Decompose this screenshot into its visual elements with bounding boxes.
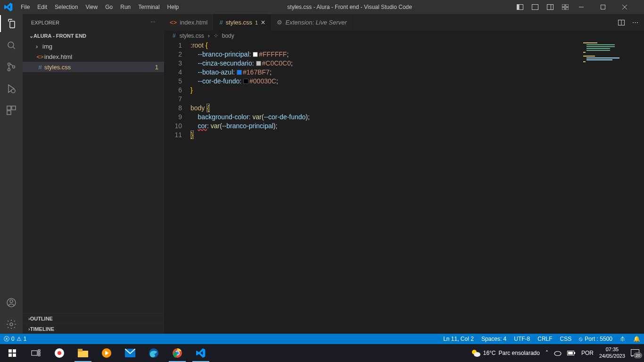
- tab-styles-css[interactable]: # styles.css 1 ×: [214, 14, 271, 31]
- status-indentation[interactable]: Spaces: 4: [478, 336, 510, 342]
- tray-battery-icon[interactable]: [567, 351, 576, 355]
- svg-rect-21: [7, 111, 11, 115]
- code-editor[interactable]: 1 2 3 4 5 6 7 8 9 10 11 :root { --branco…: [164, 41, 644, 334]
- menu-file[interactable]: File: [17, 0, 33, 14]
- status-encoding[interactable]: UTF-8: [510, 336, 534, 342]
- svg-rect-36: [583, 61, 586, 62]
- tree-file-index-html[interactable]: <> index.html: [23, 51, 164, 62]
- breadcrumbs[interactable]: # styles.css › ⁘ body: [164, 31, 644, 41]
- tray-notifications[interactable]: 20: [631, 349, 639, 357]
- svg-point-56: [474, 352, 480, 357]
- svg-rect-5: [562, 4, 565, 7]
- settings-gear-icon[interactable]: [6, 319, 17, 330]
- svg-point-24: [10, 323, 13, 326]
- customize-layout-icon[interactable]: [562, 4, 569, 10]
- toggle-panel-left-icon[interactable]: [517, 4, 523, 10]
- timeline-section[interactable]: › TIMELINE: [23, 323, 164, 334]
- svg-point-57: [554, 352, 561, 356]
- color-swatch-icon: [237, 70, 242, 75]
- settings-icon: ⚙: [277, 19, 282, 26]
- svg-rect-48: [78, 349, 83, 352]
- status-problems[interactable]: ⓧ0 ⚠1: [0, 335, 30, 343]
- svg-rect-3: [547, 5, 553, 10]
- explorer-more-icon[interactable]: ⋯: [150, 19, 156, 25]
- tab-extension-live-server[interactable]: ⚙ Extension: Live Server: [271, 14, 353, 31]
- svg-rect-40: [13, 354, 16, 357]
- tray-onedrive-icon[interactable]: [554, 350, 561, 356]
- explorer-folder-header[interactable]: ⌄ ALURA - FRONT END: [23, 31, 164, 41]
- menu-terminal[interactable]: Terminal: [134, 0, 163, 14]
- taskbar-app-media-player[interactable]: [95, 344, 118, 362]
- section-label: OUTLINE: [30, 316, 53, 321]
- menu-go[interactable]: Go: [101, 0, 116, 14]
- search-icon[interactable]: [6, 40, 17, 51]
- svg-rect-34: [586, 58, 619, 58]
- taskbar-app-mail[interactable]: [119, 344, 141, 362]
- source-control-icon[interactable]: [6, 61, 17, 73]
- more-actions-icon[interactable]: ⋯: [632, 19, 638, 26]
- menu-help[interactable]: Help: [164, 0, 183, 14]
- status-notifications-icon[interactable]: 🔔: [629, 336, 644, 342]
- split-editor-icon[interactable]: [618, 20, 625, 25]
- status-feedback-icon[interactable]: ⫛: [616, 336, 629, 342]
- tray-chevron-up-icon[interactable]: ˄: [545, 350, 548, 356]
- svg-rect-29: [586, 46, 615, 47]
- extensions-icon[interactable]: [6, 105, 17, 116]
- tab-index-html[interactable]: <> index.html: [164, 14, 214, 31]
- color-swatch-icon: [256, 61, 261, 66]
- svg-rect-1: [517, 5, 520, 10]
- accounts-icon[interactable]: [6, 297, 17, 308]
- menu-selection[interactable]: Selection: [51, 0, 82, 14]
- run-debug-icon[interactable]: [6, 83, 17, 94]
- status-live-server[interactable]: ⦸Port : 5500: [575, 336, 616, 342]
- menu-edit[interactable]: Edit: [33, 0, 51, 14]
- chevron-right-icon: ›: [208, 33, 210, 39]
- taskbar-app-vscode[interactable]: [190, 344, 212, 362]
- breadcrumb-file[interactable]: styles.css: [180, 33, 204, 39]
- chevron-right-icon: ›: [36, 43, 42, 50]
- taskbar-app-chrome[interactable]: [166, 344, 189, 362]
- svg-rect-47: [78, 351, 88, 357]
- breadcrumb-symbol[interactable]: body: [222, 33, 234, 39]
- close-button[interactable]: [622, 5, 644, 9]
- weather-temp: 16°C: [483, 350, 496, 356]
- tree-folder-img[interactable]: › img: [23, 41, 164, 51]
- tree-file-styles-css[interactable]: # styles.css 1: [23, 62, 164, 72]
- minimize-button[interactable]: [579, 5, 601, 9]
- svg-rect-19: [7, 106, 11, 110]
- start-button[interactable]: [1, 344, 24, 362]
- editor-area: <> index.html # styles.css 1 × ⚙ Extensi…: [164, 14, 644, 334]
- code-content[interactable]: :root { --branco-principal: #FFFFFF; --c…: [190, 41, 644, 334]
- outline-section[interactable]: › OUTLINE: [23, 313, 164, 323]
- tab-modified-count: 1: [255, 20, 258, 25]
- svg-rect-44: [38, 354, 40, 356]
- svg-rect-6: [566, 4, 569, 7]
- svg-rect-35: [586, 59, 612, 60]
- taskbar-app-yandex[interactable]: [48, 344, 71, 362]
- status-eol[interactable]: CRLF: [534, 336, 556, 342]
- tray-clock[interactable]: 07:35 24/05/2023: [599, 346, 625, 360]
- status-language[interactable]: CSS: [556, 336, 576, 342]
- tree-label: index.html: [44, 53, 72, 60]
- explorer-icon[interactable]: [6, 18, 17, 29]
- minimap[interactable]: [581, 41, 637, 334]
- taskbar-app-explorer[interactable]: [72, 344, 94, 362]
- weather-widget[interactable]: 16°C Parc ensolarado: [471, 348, 540, 358]
- svg-rect-33: [583, 56, 595, 57]
- taskbar-app-edge[interactable]: [142, 344, 165, 362]
- menu-view[interactable]: View: [82, 0, 101, 14]
- svg-rect-37: [8, 349, 12, 353]
- svg-rect-20: [12, 106, 16, 110]
- menu-run[interactable]: Run: [116, 0, 134, 14]
- folder-name: ALURA - FRONT END: [33, 33, 86, 39]
- svg-line-14: [13, 47, 16, 49]
- toggle-panel-right-icon[interactable]: [547, 4, 553, 10]
- task-view-button[interactable]: [25, 344, 47, 362]
- svg-rect-59: [574, 352, 575, 354]
- tab-label: styles.css: [226, 19, 252, 26]
- maximize-button[interactable]: [601, 5, 622, 9]
- status-cursor-position[interactable]: Ln 11, Col 2: [439, 336, 478, 342]
- tray-language[interactable]: POR: [581, 350, 594, 356]
- toggle-panel-bottom-icon[interactable]: [532, 4, 538, 10]
- svg-rect-43: [38, 352, 40, 354]
